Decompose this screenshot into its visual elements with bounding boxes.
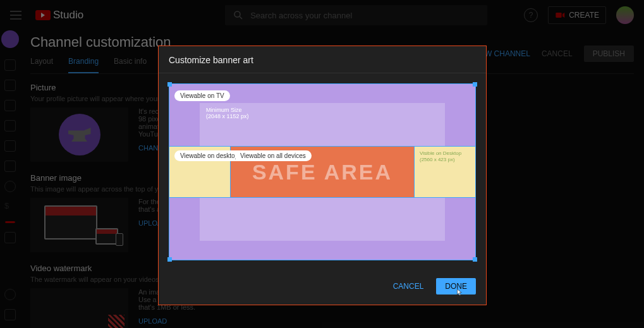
vis-title: Visible on Desktop [420, 150, 470, 157]
resize-handle-br[interactable] [473, 257, 477, 262]
customize-banner-dialog: Customize banner art Viewable on TV Mini… [158, 46, 487, 305]
dialog-cancel-button[interactable]: CANCEL [386, 278, 432, 295]
desktop-zone-left: Viewable on desktop [169, 147, 230, 197]
resize-handle-bl[interactable] [167, 257, 172, 262]
label-all-devices: Viewable on all devices [234, 150, 312, 161]
label-desktop: Viewable on desktop [174, 150, 244, 161]
label-tv: Viewable on TV [174, 90, 230, 101]
desktop-zone-right: Visible on Desktop (2560 x 423 px) [415, 147, 475, 197]
all-devices-zone: Viewable on all devices SAFE AREA [230, 147, 415, 197]
crop-area[interactable]: Viewable on TV Minimum Size (2048 x 1152… [169, 83, 476, 260]
resize-handle-tr[interactable] [473, 82, 477, 87]
safe-area-text: SAFE AREA [252, 160, 392, 185]
vis-dim: (2560 x 423 px) [420, 157, 470, 163]
cursor-icon [456, 288, 464, 297]
dialog-done-button[interactable]: DONE [436, 278, 476, 295]
dialog-title: Customize banner art [159, 46, 486, 73]
desktop-band: Viewable on desktop Viewable on all devi… [169, 146, 475, 198]
min-dim: (2048 x 1152 px) [206, 113, 439, 119]
min-title: Minimum Size [206, 107, 439, 113]
resize-handle-tl[interactable] [167, 82, 172, 87]
